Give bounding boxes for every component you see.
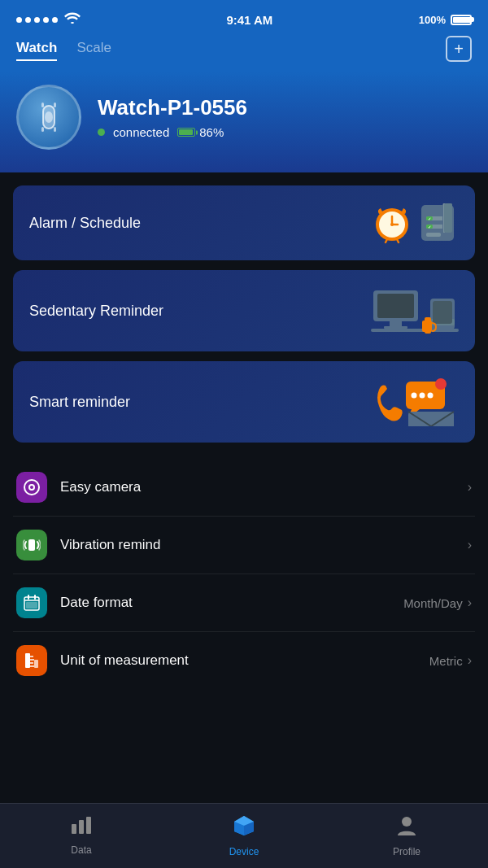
profile-tab-label: Profile bbox=[393, 846, 420, 857]
battery-percentage: 100% bbox=[419, 14, 446, 26]
connected-label: connected bbox=[113, 125, 169, 139]
svg-rect-4 bbox=[41, 127, 44, 132]
vibration-remind-chevron: › bbox=[468, 538, 472, 552]
wifi-icon bbox=[64, 12, 81, 27]
sedentary-reminder-label: Sedentary Reminder bbox=[29, 303, 163, 320]
smart-reminder-illustration bbox=[369, 377, 459, 426]
bottom-tab-bar: Data Device Profile bbox=[0, 803, 488, 868]
svg-rect-17 bbox=[426, 233, 441, 237]
signal-dot-3 bbox=[34, 17, 40, 23]
svg-point-11 bbox=[390, 223, 394, 226]
date-format-item[interactable]: Date format Month/Day › bbox=[13, 574, 475, 632]
status-time: 9:41 AM bbox=[226, 13, 272, 27]
svg-rect-40 bbox=[408, 412, 454, 426]
svg-rect-5 bbox=[54, 127, 56, 132]
tab-watch[interactable]: Watch bbox=[16, 37, 57, 61]
alarm-schedule-label: Alarm / Schedule bbox=[29, 215, 141, 232]
svg-rect-44 bbox=[28, 539, 35, 551]
easy-camera-chevron: › bbox=[468, 480, 472, 495]
battery-icon bbox=[451, 15, 472, 25]
unit-measurement-value: Metric bbox=[429, 654, 463, 668]
sedentary-scene-icon bbox=[369, 286, 459, 335]
vibration-remind-label: Vibration remind bbox=[60, 537, 463, 553]
smart-reminder-icon bbox=[369, 377, 459, 426]
svg-line-12 bbox=[386, 239, 387, 242]
vibration-remind-item[interactable]: Vibration remind › bbox=[13, 517, 475, 574]
svg-rect-26 bbox=[377, 294, 414, 318]
sedentary-reminder-card[interactable]: Sedentary Reminder bbox=[13, 270, 475, 351]
svg-rect-58 bbox=[86, 817, 91, 834]
alarm-schedule-card[interactable]: Alarm / Schedule bbox=[13, 185, 475, 260]
svg-point-43 bbox=[30, 486, 33, 489]
sedentary-illustration bbox=[369, 286, 459, 335]
device-info: Watch-P1-0556 connected 86% bbox=[98, 95, 472, 139]
main-content: Alarm / Schedule bbox=[0, 172, 488, 769]
device-tab-icon bbox=[233, 814, 255, 843]
device-battery: 86% bbox=[177, 125, 224, 139]
svg-point-37 bbox=[412, 393, 417, 399]
device-tab-label: Device bbox=[229, 846, 259, 857]
svg-rect-3 bbox=[54, 103, 56, 107]
status-bar: 9:41 AM 100% bbox=[0, 0, 488, 36]
vibration-icon bbox=[16, 530, 47, 560]
camera-icon bbox=[16, 472, 47, 503]
svg-rect-24 bbox=[444, 203, 452, 233]
svg-point-39 bbox=[428, 393, 434, 399]
date-format-chevron: › bbox=[468, 595, 472, 610]
svg-rect-2 bbox=[41, 103, 44, 107]
profile-tab-icon bbox=[396, 814, 417, 843]
signal-dot-4 bbox=[43, 17, 49, 23]
unit-measurement-icon bbox=[16, 645, 47, 676]
svg-text:✓: ✓ bbox=[428, 225, 431, 229]
signal-dot-5 bbox=[52, 17, 58, 23]
svg-rect-33 bbox=[433, 301, 452, 324]
easy-camera-label: Easy camera bbox=[60, 479, 463, 495]
smart-reminder-label: Smart reminder bbox=[29, 394, 130, 411]
tab-device[interactable]: Device bbox=[163, 808, 325, 864]
svg-rect-49 bbox=[26, 602, 37, 608]
signal-dot-2 bbox=[25, 17, 31, 23]
device-battery-level: 86% bbox=[199, 125, 224, 139]
svg-point-59 bbox=[402, 817, 412, 827]
checklist-icon: ✓ ✓ bbox=[416, 202, 459, 244]
svg-rect-28 bbox=[384, 326, 407, 329]
device-avatar bbox=[16, 85, 81, 150]
date-format-label: Date format bbox=[60, 595, 403, 611]
svg-line-13 bbox=[397, 239, 399, 242]
battery-area: 100% bbox=[419, 14, 472, 26]
svg-rect-50 bbox=[25, 653, 30, 668]
connected-indicator bbox=[98, 129, 105, 136]
device-tabs: Watch Scale + bbox=[0, 36, 488, 72]
alarm-illustration: ✓ ✓ bbox=[371, 202, 459, 244]
signal-area bbox=[16, 12, 81, 27]
svg-rect-57 bbox=[79, 820, 84, 834]
data-tab-label: Data bbox=[71, 844, 91, 856]
svg-rect-56 bbox=[72, 824, 76, 834]
add-device-button[interactable]: + bbox=[446, 36, 472, 62]
svg-rect-34 bbox=[422, 321, 432, 332]
svg-rect-27 bbox=[390, 321, 402, 326]
svg-point-36 bbox=[435, 378, 447, 390]
svg-point-6 bbox=[45, 111, 53, 123]
device-status: connected 86% bbox=[98, 125, 472, 139]
device-header: Watch-P1-0556 connected 86% bbox=[0, 72, 488, 172]
easy-camera-item[interactable]: Easy camera › bbox=[13, 459, 475, 517]
date-format-value: Month/Day bbox=[403, 596, 463, 610]
tab-profile[interactable]: Profile bbox=[325, 808, 488, 864]
device-name: Watch-P1-0556 bbox=[98, 95, 472, 120]
unit-measurement-label: Unit of measurement bbox=[60, 652, 429, 669]
tab-scale[interactable]: Scale bbox=[76, 37, 111, 61]
alarm-clock-icon bbox=[371, 202, 413, 244]
data-tab-icon bbox=[70, 816, 93, 841]
smart-reminder-card[interactable]: Smart reminder bbox=[13, 361, 475, 443]
device-battery-icon bbox=[177, 128, 195, 137]
svg-text:✓: ✓ bbox=[428, 216, 431, 221]
date-format-icon bbox=[16, 587, 47, 618]
svg-point-38 bbox=[420, 393, 425, 399]
settings-list: Easy camera › Vibration remind › bbox=[13, 452, 475, 696]
signal-dot-1 bbox=[16, 17, 22, 23]
tab-data[interactable]: Data bbox=[0, 809, 163, 862]
unit-measurement-chevron: › bbox=[468, 653, 472, 668]
unit-measurement-item[interactable]: Unit of measurement Metric › bbox=[13, 632, 475, 689]
svg-rect-55 bbox=[34, 660, 38, 668]
